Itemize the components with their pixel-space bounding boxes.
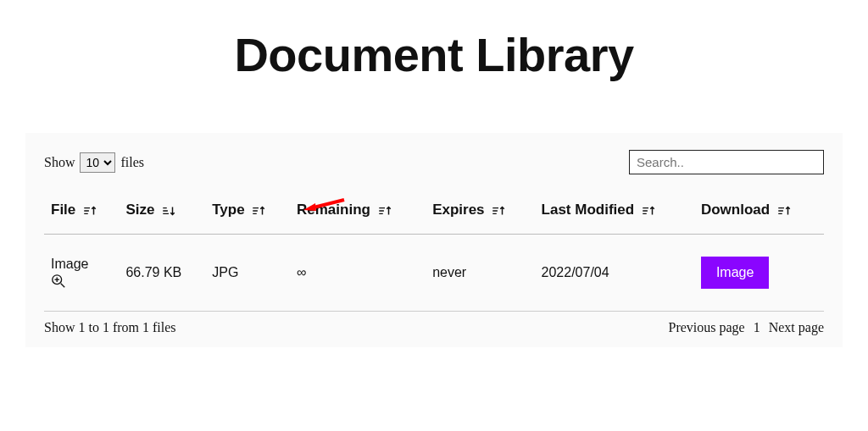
cell-remaining: ∞	[290, 235, 426, 312]
next-page[interactable]: Next page	[769, 320, 824, 335]
page-size-select[interactable]: 10	[80, 152, 115, 173]
table-row: Image 66.79 KB JPG ∞ never 2022/07/04 Im…	[44, 235, 824, 312]
prev-page[interactable]: Previous page	[668, 320, 744, 335]
show-label: Show	[44, 155, 75, 170]
col-file[interactable]: File	[44, 193, 119, 235]
download-button[interactable]: Image	[701, 257, 769, 289]
col-last-modified-label: Last Modified	[542, 202, 635, 218]
files-label: files	[120, 155, 144, 170]
current-page: 1	[754, 320, 760, 335]
file-name: Image	[51, 257, 88, 272]
cell-size: 66.79 KB	[119, 235, 205, 312]
sort-icon	[251, 203, 266, 218]
col-type[interactable]: Type	[205, 193, 290, 235]
summary-text: Show 1 to 1 from 1 files	[44, 320, 176, 335]
topbar: Show 10 files	[44, 150, 824, 174]
cell-file: Image	[44, 235, 119, 312]
table-footer: Show 1 to 1 from 1 files Previous page 1…	[44, 320, 824, 335]
sort-icon	[491, 203, 506, 218]
zoom-in-icon[interactable]	[51, 274, 66, 289]
col-expires[interactable]: Expires	[426, 193, 534, 235]
col-expires-label: Expires	[432, 202, 484, 218]
page-title: Document Library	[0, 27, 868, 82]
cell-expires: never	[426, 235, 534, 312]
col-last-modified[interactable]: Last Modified	[535, 193, 694, 235]
col-remaining[interactable]: Remaining	[290, 193, 426, 235]
files-table: File Size Type Remaining Expires	[44, 193, 824, 312]
col-size-label: Size	[125, 202, 154, 218]
sort-icon	[82, 203, 97, 218]
col-download-label: Download	[701, 202, 770, 218]
col-file-label: File	[51, 202, 75, 218]
cell-download: Image	[694, 235, 824, 312]
sort-icon	[776, 203, 792, 218]
col-type-label: Type	[212, 202, 244, 218]
sort-icon	[377, 203, 392, 218]
col-remaining-label: Remaining	[297, 202, 370, 218]
search-input[interactable]	[629, 150, 824, 174]
cell-type: JPG	[205, 235, 290, 312]
page-size-control: Show 10 files	[44, 152, 144, 173]
sort-desc-icon	[161, 203, 176, 218]
library-panel: Show 10 files File Size Type	[25, 133, 843, 347]
sort-icon	[641, 203, 656, 218]
cell-last-modified: 2022/07/04	[535, 235, 694, 312]
col-download[interactable]: Download	[694, 193, 824, 235]
svg-line-1	[61, 284, 65, 288]
col-size[interactable]: Size	[119, 193, 205, 235]
pager: Previous page 1 Next page	[668, 320, 824, 335]
